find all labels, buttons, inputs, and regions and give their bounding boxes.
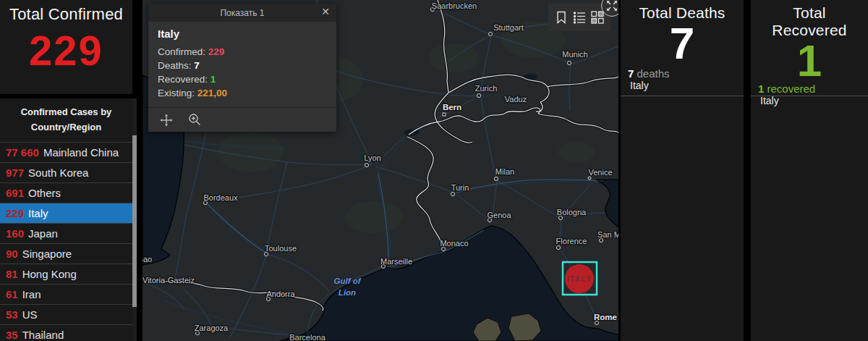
city-dot <box>441 247 446 251</box>
popup-header[interactable]: Показать 1 ✕ <box>148 4 336 22</box>
deaths-region: Italy <box>626 80 738 91</box>
country-count: 977 <box>6 167 24 179</box>
country-count: 229 <box>6 207 24 219</box>
dashboard: Total Confirmed 229 Confirmed Cases by C… <box>0 0 868 341</box>
country-name: Singapore <box>22 248 72 260</box>
city-dot <box>567 61 571 65</box>
total-confirmed-panel: Total Confirmed 229 <box>0 0 132 94</box>
legend-list-icon[interactable] <box>571 9 587 25</box>
country-list-scrollbar-track <box>132 98 137 341</box>
country-count: 160 <box>6 227 24 240</box>
popup-header-title: Показать 1 <box>220 8 264 18</box>
country-count: 691 <box>6 187 24 199</box>
country-name: Italy <box>28 207 48 219</box>
country-row-hong-kong[interactable]: 81Hong Kong <box>0 264 132 284</box>
country-count: 90 <box>6 248 18 260</box>
country-row-iran[interactable]: 61Iran <box>0 284 132 304</box>
total-confirmed-value: 229 <box>0 26 132 75</box>
country-row-us[interactable]: 53US <box>0 304 132 324</box>
city-dot <box>195 331 200 335</box>
country-list-header: Confirmed Cases by Country/Region <box>0 98 132 142</box>
city-dot <box>494 177 498 181</box>
country-count: 81 <box>6 268 18 280</box>
country-row-south-korea[interactable]: 977South Korea <box>0 162 132 182</box>
recovered-sub-line: 1 recovered <box>757 83 862 95</box>
country-count: 53 <box>6 308 18 321</box>
city-dot <box>381 264 386 269</box>
city-dot <box>477 93 481 98</box>
city-dot <box>558 216 563 220</box>
country-row-japan[interactable]: 160Japan <box>0 223 132 243</box>
city-dot <box>266 297 271 301</box>
close-icon[interactable]: ✕ <box>321 7 330 17</box>
country-count: 77 660 <box>6 146 39 159</box>
city-dot <box>488 32 493 36</box>
popup-footer <box>148 107 336 132</box>
italy-country-label: ITALY <box>567 275 592 283</box>
city-dot <box>365 163 369 167</box>
city-dot <box>488 218 492 222</box>
country-name: Others <box>28 187 61 199</box>
country-count: 35 <box>6 329 18 341</box>
zoom-to-feature-icon[interactable] <box>187 113 202 127</box>
popup-stat-deaths: Deaths: 7 <box>158 59 327 72</box>
total-deaths-value: 7 <box>626 22 738 65</box>
total-deaths-card: Total Deaths 7 7 deaths Italy <box>621 0 744 96</box>
total-recovered-title: Total Recovered <box>757 4 862 39</box>
country-list-header-line1: Confirmed Cases by <box>4 105 128 120</box>
city-dot <box>599 238 603 243</box>
total-confirmed-title: Total Confirmed <box>0 0 132 24</box>
bookmark-icon[interactable] <box>553 9 569 25</box>
deaths-sub-line: 7 deaths <box>626 67 738 80</box>
city-dot <box>556 245 561 250</box>
recovered-region: Italy <box>757 95 862 106</box>
country-name: US <box>22 308 38 321</box>
country-name: Iran <box>22 288 41 300</box>
map-canvas[interactable]: ITALY SaarbruckenStuttgartMunichZurichVa… <box>142 0 618 341</box>
popup-country-title: Italy <box>158 28 327 40</box>
country-row-thailand[interactable]: 35Thailand <box>0 324 132 341</box>
country-count: 61 <box>6 288 18 300</box>
popup-stat-recovered: Recovered: 1 <box>158 72 327 86</box>
country-row-others[interactable]: 691Others <box>0 182 132 203</box>
city-dot <box>430 7 435 12</box>
city-dot <box>443 113 446 117</box>
pan-to-feature-icon[interactable] <box>159 113 174 127</box>
country-row-italy[interactable]: 229Italy <box>0 203 132 223</box>
city-dot <box>203 201 208 205</box>
country-name: Japan <box>28 227 58 240</box>
feature-popup: Показать 1 ✕ Italy Confirmed: 229 Deaths… <box>148 4 336 132</box>
country-list-rows: 77 660Mainland China977South Korea691Oth… <box>0 142 132 341</box>
total-recovered-panel: Total Recovered 1 1 recovered Italy <box>751 0 868 341</box>
city-dot <box>588 177 592 180</box>
country-row-singapore[interactable]: 90Singapore <box>0 243 132 264</box>
country-row-mainland-china[interactable]: 77 660Mainland China <box>0 142 132 162</box>
country-list-header-line2: Country/Region <box>4 120 128 135</box>
country-list-panel: Confirmed Cases by Country/Region 77 660… <box>0 98 132 341</box>
country-name: South Korea <box>28 167 88 179</box>
city-dot <box>451 192 455 196</box>
total-recovered-value: 1 <box>757 40 862 83</box>
popup-stat-confirmed: Confirmed: 229 <box>158 45 327 59</box>
popup-body: Italy Confirmed: 229 Deaths: 7 Recovered… <box>148 22 336 107</box>
city-dot <box>595 321 599 325</box>
total-deaths-panel: Total Deaths 7 7 deaths Italy <box>621 0 744 341</box>
city-dot <box>264 252 268 256</box>
country-name: Thailand <box>22 329 64 341</box>
total-recovered-card: Total Recovered 1 1 recovered Italy <box>751 0 868 96</box>
expand-arrows-icon <box>605 0 618 12</box>
country-name: Mainland China <box>43 146 119 159</box>
popup-stat-existing: Existing: 221,00 <box>158 86 327 100</box>
country-list-scrollbar-thumb[interactable] <box>132 135 137 307</box>
country-name: Hong Kong <box>22 268 77 280</box>
